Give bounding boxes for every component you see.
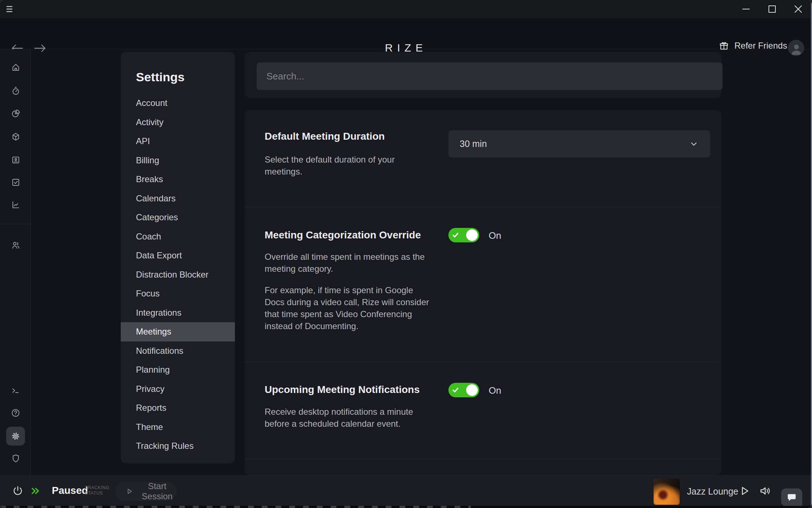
pie-chart-icon	[11, 108, 21, 118]
toggle-state-label: On	[489, 230, 501, 241]
section-title-upcoming-meeting-notifications: Upcoming Meeting Notifications	[265, 384, 420, 396]
meeting-duration-select[interactable]: 30 min	[448, 130, 710, 157]
tracking-status-label: Tracking Status	[85, 485, 119, 496]
refer-friends-button[interactable]: Refer Friends	[718, 40, 787, 51]
status-bar: Paused Tracking Status Start Session Jaz…	[0, 475, 812, 506]
settings-title: Settings	[136, 70, 185, 84]
sidebar-help-button[interactable]	[6, 403, 25, 422]
section-title-meeting-categorization-override: Meeting Categorization Override	[265, 229, 421, 241]
search-input[interactable]	[257, 62, 722, 90]
sidebar-clients-button[interactable]	[6, 150, 25, 169]
app-window: RIZE Refer Friends	[0, 0, 812, 508]
settings-nav-item[interactable]: Integrations	[121, 303, 235, 323]
section-description: Receive desktop notifications a minute b…	[265, 406, 433, 430]
player-play-button[interactable]	[738, 484, 751, 497]
track-title: Jazz Lounge	[687, 486, 738, 497]
settings-nav-item[interactable]: Billing	[121, 151, 235, 170]
settings-nav-panel: Settings AccountActivityAPIBillingBreaks…	[121, 52, 235, 463]
start-session-label: Start Session	[138, 481, 177, 501]
sidebar-breakdown-button[interactable]	[6, 104, 25, 123]
volume-icon[interactable]	[759, 484, 773, 497]
sidebar-home-button[interactable]	[6, 58, 25, 77]
settings-nav-item[interactable]: Data Export	[121, 246, 235, 265]
settings-nav-item-label: Categories	[136, 212, 178, 222]
maximize-button[interactable]	[765, 3, 779, 15]
settings-nav-item[interactable]: Distraction Blocker	[121, 265, 235, 284]
title-bar	[0, 0, 812, 18]
sidebar-divider	[0, 224, 31, 224]
settings-nav-item-label: Focus	[136, 288, 160, 298]
sidebar-rail	[0, 49, 31, 475]
settings-nav-item[interactable]: Theme	[121, 418, 235, 437]
settings-nav-item-label: Planning	[136, 365, 170, 374]
upcoming-meeting-notifications-toggle[interactable]	[448, 383, 479, 397]
settings-nav-item[interactable]: API	[121, 132, 235, 151]
settings-nav-item-label: Tracking Rules	[136, 441, 194, 451]
gear-icon	[11, 431, 21, 441]
sidebar-team-button[interactable]	[6, 235, 25, 254]
section-divider	[245, 362, 721, 362]
close-button[interactable]	[791, 3, 805, 15]
settings-nav-item-label: Integrations	[136, 308, 181, 318]
meeting-categorization-toggle[interactable]	[448, 228, 479, 242]
settings-nav-item-label: Billing	[136, 155, 159, 165]
settings-nav-item[interactable]: Categories	[121, 208, 235, 227]
album-art[interactable]	[654, 479, 680, 505]
section-description: For example, if time is spent in Google …	[265, 284, 433, 332]
check-icon	[452, 386, 459, 393]
toggle-state-label: On	[489, 385, 501, 396]
settings-nav-item-label: Activity	[136, 117, 163, 127]
sidebar-projects-button[interactable]	[6, 127, 25, 146]
settings-nav-item-label: Calendars	[136, 193, 175, 203]
settings-nav-item-label: Reports	[136, 403, 166, 413]
sidebar-tasks-button[interactable]	[6, 173, 25, 192]
settings-nav-item[interactable]: Activity	[121, 113, 235, 132]
settings-nav-list: AccountActivityAPIBillingBreaksCalendars…	[121, 94, 235, 456]
settings-nav-item-label: Privacy	[136, 384, 165, 394]
settings-nav-item[interactable]: Focus	[121, 284, 235, 303]
settings-nav-item[interactable]: Meetings	[121, 322, 235, 341]
chevron-down-icon	[689, 139, 699, 149]
settings-nav-item[interactable]: Account	[121, 94, 235, 113]
chat-bubble-icon	[786, 492, 797, 503]
sidebar-settings-button[interactable]	[6, 427, 25, 446]
settings-nav-item[interactable]: Tracking Rules	[121, 437, 235, 456]
stopwatch-icon	[11, 86, 21, 96]
section-title-default-meeting-duration: Default Meeting Duration	[265, 131, 385, 142]
settings-nav-item[interactable]: Breaks	[121, 170, 235, 189]
settings-nav-item-label: Coach	[136, 232, 161, 241]
meeting-duration-value: 30 min	[460, 130, 487, 157]
settings-nav-item-label: Notifications	[136, 346, 183, 356]
settings-nav-item[interactable]: Reports	[121, 398, 235, 418]
check-icon	[452, 232, 459, 238]
avatar[interactable]	[788, 40, 804, 56]
settings-nav-item-label: Distraction Blocker	[136, 270, 208, 279]
settings-nav-item[interactable]: Privacy	[121, 380, 235, 399]
start-session-button[interactable]: Start Session	[115, 482, 177, 501]
chat-button[interactable]	[781, 488, 802, 506]
app-header: RIZE Refer Friends	[0, 18, 812, 49]
settings-nav-item[interactable]: Notifications	[121, 341, 235, 361]
settings-nav-item-label: Account	[136, 98, 167, 108]
power-button[interactable]	[12, 485, 24, 497]
settings-nav-item[interactable]: Calendars	[121, 189, 235, 208]
shield-icon	[11, 454, 21, 463]
section-divider	[245, 459, 721, 459]
settings-nav-item[interactable]: Coach	[121, 227, 235, 246]
settings-nav-item-label: Meetings	[136, 327, 171, 336]
play-icon	[125, 487, 133, 495]
line-chart-icon	[11, 200, 21, 210]
settings-nav-item[interactable]: Planning	[121, 360, 235, 380]
sidebar-terminal-button[interactable]	[6, 381, 25, 400]
desktop-edge-strip	[0, 506, 812, 508]
contact-card-icon	[11, 155, 21, 165]
sidebar-analytics-button[interactable]	[6, 195, 25, 214]
hamburger-menu-icon[interactable]	[6, 5, 15, 13]
team-icon	[11, 240, 21, 250]
double-chevron-right-icon[interactable]	[30, 486, 41, 496]
sidebar-privacy-button[interactable]	[6, 449, 25, 468]
settings-nav-item-label: Breaks	[136, 174, 163, 184]
minimize-button[interactable]	[739, 3, 753, 15]
check-square-icon	[11, 177, 21, 187]
sidebar-timer-button[interactable]	[6, 81, 25, 100]
